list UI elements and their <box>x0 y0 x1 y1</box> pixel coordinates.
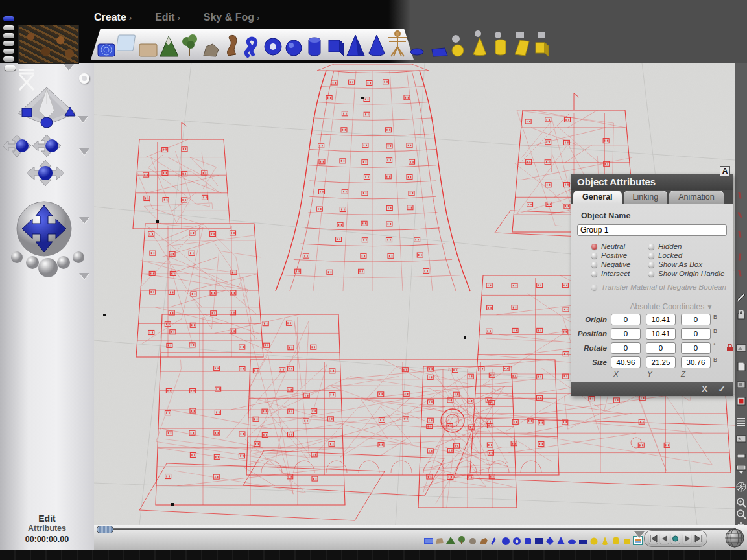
flat-square-icon[interactable] <box>428 29 450 58</box>
creature-mini-icon[interactable] <box>479 535 489 546</box>
cube-icon[interactable] <box>324 29 346 58</box>
lock-icon[interactable] <box>726 344 733 352</box>
render-mode-pill[interactable] <box>3 33 14 38</box>
radio-show-origin-handle[interactable]: Show Origin Handle <box>648 270 727 277</box>
object-name-input[interactable] <box>577 224 727 236</box>
light-ball-mini-icon[interactable] <box>589 535 599 546</box>
ok-button[interactable]: ✓ <box>718 384 726 394</box>
origin-x-field[interactable] <box>611 314 641 325</box>
picture-icon[interactable] <box>735 343 746 353</box>
selection-handle[interactable] <box>156 220 159 223</box>
render-mode-pill[interactable] <box>3 25 14 30</box>
diamond-mini-icon[interactable] <box>545 535 555 546</box>
cancel-button[interactable]: X <box>702 384 707 394</box>
selection-handle[interactable] <box>361 97 364 99</box>
render-mode-pill[interactable] <box>3 41 14 46</box>
water-mini-icon[interactable] <box>423 535 434 546</box>
round-light-icon[interactable] <box>449 29 471 58</box>
cube-mini-icon[interactable] <box>534 535 544 546</box>
menu-create[interactable]: Create› <box>94 12 132 23</box>
squiggle-mini-icon[interactable] <box>490 535 500 546</box>
radio-hidden[interactable]: Hidden <box>648 242 727 250</box>
wireframe-ball-icon[interactable] <box>735 482 746 492</box>
nano-preview[interactable] <box>13 82 80 132</box>
radio-negative[interactable]: Negative <box>591 261 648 268</box>
pyramid-icon[interactable] <box>345 29 367 58</box>
flat-disk-icon[interactable] <box>407 29 429 58</box>
nano-preview-flyout-triangle[interactable] <box>78 116 88 122</box>
timeline-scrub-handle[interactable] <box>97 526 113 533</box>
mountain-mini-icon[interactable] <box>445 535 456 546</box>
lattice-icon[interactable] <box>220 29 243 58</box>
mode-label[interactable]: Edit <box>0 513 94 524</box>
selection-handle[interactable] <box>464 336 466 339</box>
small-picture-icon[interactable] <box>735 379 746 390</box>
light-cube-mini-icon[interactable] <box>622 535 632 546</box>
tab-animation[interactable]: Animation <box>669 191 724 204</box>
figure-picture-icon[interactable] <box>735 434 746 444</box>
rotate-y-field[interactable] <box>646 342 676 354</box>
list-lines-icon[interactable] <box>735 417 746 427</box>
selection-handle[interactable] <box>103 314 106 316</box>
rotate-z-field[interactable] <box>681 342 711 354</box>
tab-general[interactable]: General <box>573 191 622 204</box>
pencil-icon[interactable] <box>735 291 746 301</box>
water-plane-icon[interactable] <box>96 29 118 58</box>
mountain-terrain-icon[interactable] <box>158 29 180 58</box>
step-forward-button[interactable] <box>683 533 691 544</box>
rotate-x-field[interactable] <box>611 342 641 354</box>
rectangle-mini-icon[interactable] <box>578 535 588 546</box>
position-x-field[interactable] <box>611 328 641 340</box>
thumbnail-flyout-triangle[interactable] <box>64 64 74 71</box>
square-light-icon[interactable] <box>511 29 533 58</box>
position-z-field[interactable] <box>681 328 711 340</box>
bar-icon[interactable] <box>735 450 746 461</box>
radio-locked[interactable]: Locked <box>648 251 727 259</box>
trackball-flyout-triangle[interactable] <box>79 217 89 224</box>
zoom-out-icon[interactable] <box>735 509 746 519</box>
render-mode-pill[interactable] <box>3 49 14 54</box>
menu-sky-fog[interactable]: Sky & Fog› <box>204 12 260 23</box>
torus-icon[interactable] <box>262 29 284 58</box>
radio-neutral[interactable]: Neutral <box>591 242 648 250</box>
memory-flyout-triangle[interactable] <box>79 273 89 279</box>
to-start-button[interactable] <box>649 533 658 544</box>
radio-dot[interactable] <box>591 285 597 290</box>
globe-icon[interactable] <box>724 528 745 548</box>
size-y-field[interactable] <box>646 356 676 368</box>
keyboard-icon[interactable] <box>735 463 746 474</box>
position-y-field[interactable] <box>646 328 676 340</box>
cone-icon[interactable] <box>366 29 388 58</box>
coordinates-mode-dropdown[interactable]: Absolute Coordinates ▼ <box>616 302 727 311</box>
step-back-button[interactable] <box>660 533 669 544</box>
cloud-plane-icon[interactable] <box>117 29 139 58</box>
rock-icon[interactable] <box>200 29 222 58</box>
torus-mini-icon[interactable] <box>512 535 522 546</box>
sphere-icon[interactable] <box>283 29 305 58</box>
render-mode-pill[interactable] <box>3 56 14 62</box>
ellipse-mini-icon[interactable] <box>567 535 577 546</box>
ring-icon[interactable] <box>79 73 89 84</box>
render-mode-pill[interactable] <box>5 65 16 71</box>
rock-mini-icon[interactable] <box>434 535 445 546</box>
zoom-in-icon[interactable] <box>735 497 746 508</box>
pan-flyout-triangle[interactable] <box>79 148 89 155</box>
cylinder-light-icon[interactable] <box>490 29 512 58</box>
tree-mini-icon[interactable] <box>456 535 467 546</box>
page-icon[interactable] <box>735 361 746 371</box>
cylinder-mini-icon[interactable] <box>523 535 533 546</box>
cylinder-icon[interactable] <box>303 29 326 58</box>
light-drop-mini-icon[interactable] <box>600 535 610 546</box>
size-z-field[interactable] <box>681 356 711 368</box>
stone-mini-icon[interactable] <box>468 535 478 546</box>
tree-icon[interactable] <box>179 29 201 58</box>
memory-dot-spheres[interactable] <box>5 246 89 285</box>
selection-handle[interactable] <box>171 503 174 506</box>
camera-pan-controls[interactable] <box>0 126 91 198</box>
origin-y-field[interactable] <box>646 314 676 325</box>
light-cyl-mini-icon[interactable] <box>611 535 621 546</box>
metaball-squiggle-icon[interactable] <box>241 29 263 58</box>
size-x-field[interactable] <box>611 356 641 368</box>
tab-linking[interactable]: Linking <box>624 191 668 204</box>
render-mode-pill-active[interactable] <box>3 16 14 21</box>
